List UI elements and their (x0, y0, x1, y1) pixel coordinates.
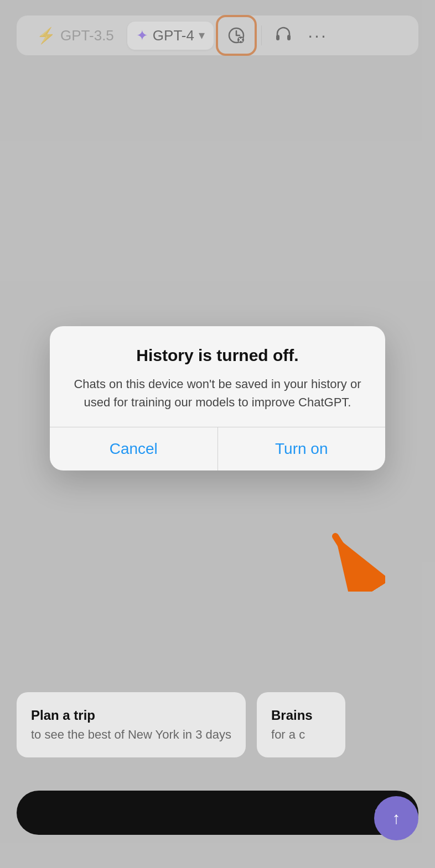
suggestion-title-1: Plan a trip (31, 708, 231, 723)
dialog-content: History is turned off. Chats on this dev… (50, 326, 385, 427)
dialog-body: Chats on this device won't be saved in y… (66, 375, 369, 411)
history-dialog: History is turned off. Chats on this dev… (50, 326, 385, 470)
send-icon: ↑ (392, 809, 401, 828)
suggestion-card-brains[interactable]: Brains for a c (257, 692, 345, 757)
suggestion-row: Plan a trip to see the best of New York … (17, 692, 435, 757)
input-bar (17, 791, 418, 835)
suggestion-card-trip[interactable]: Plan a trip to see the best of New York … (17, 692, 246, 757)
suggestion-title-2: Brains (271, 708, 331, 723)
dialog-title: History is turned off. (66, 346, 369, 365)
cancel-button[interactable]: Cancel (50, 427, 218, 470)
suggestion-sub-2: for a c (271, 728, 331, 742)
send-button[interactable]: ↑ (374, 796, 418, 840)
dialog-actions: Cancel Turn on (50, 427, 385, 470)
turn-on-button[interactable]: Turn on (218, 427, 386, 470)
suggestion-sub-1: to see the best of New York in 3 days (31, 728, 231, 742)
